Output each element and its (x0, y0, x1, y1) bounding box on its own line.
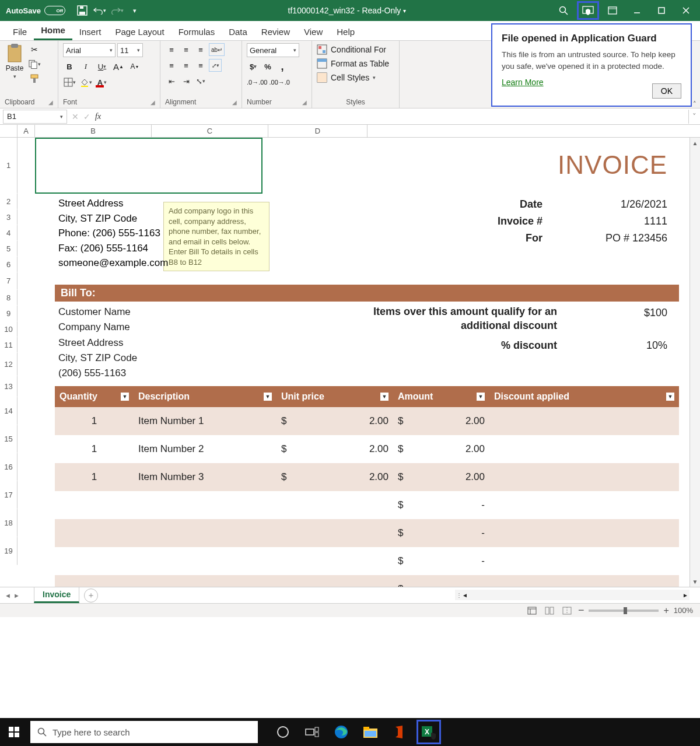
file-explorer-icon[interactable] (359, 721, 382, 743)
tab-review[interactable]: Review (254, 23, 297, 40)
format-as-table-button[interactable]: Format as Table (317, 58, 389, 69)
table-row[interactable]: 1Item Number 2$2.00$2.00 (55, 435, 679, 463)
col-quantity[interactable]: Quantity▼ (55, 391, 134, 402)
merge-center-icon[interactable]: ⤢▾ (209, 59, 222, 72)
office-icon[interactable] (388, 721, 411, 743)
qat-customize-icon[interactable]: ▾ (128, 4, 141, 17)
worksheet-grid[interactable]: 1 2 3 4 5 6 7 8 9 10 11 12 13 14 15 16 1… (0, 138, 700, 587)
tab-help[interactable]: Help (330, 23, 362, 40)
increase-decimal-icon[interactable]: .0→.00 (247, 76, 267, 89)
vertical-scrollbar[interactable]: ▲ ▼ (690, 138, 700, 587)
page-break-view-icon[interactable] (561, 605, 573, 616)
orientation-icon[interactable]: ⤡▾ (194, 75, 207, 87)
borders-icon[interactable]: ▾ (63, 76, 76, 89)
tab-formulas[interactable]: Formulas (172, 23, 222, 40)
tab-page-layout[interactable]: Page Layout (108, 23, 171, 40)
table-row[interactable]: 1Item Number 1$2.00$2.00 (55, 407, 679, 435)
align-center-icon[interactable]: ≡ (180, 59, 192, 72)
taskbar-search[interactable]: Type here to search (30, 721, 258, 743)
wrap-text-icon[interactable]: ab↵ (209, 43, 225, 56)
sheet-tab-invoice[interactable]: Invoice (34, 587, 79, 603)
page-layout-view-icon[interactable] (543, 605, 556, 616)
row-header[interactable]: 13 (0, 376, 18, 397)
col-unit-price[interactable]: Unit price▼ (276, 391, 393, 402)
redo-icon[interactable]: ▾ (111, 4, 124, 17)
filter-dropdown-icon[interactable]: ▼ (264, 393, 272, 401)
formula-cancel-icon[interactable]: ✕ (72, 112, 79, 121)
comma-format-icon[interactable]: , (276, 60, 289, 73)
cell-styles-button[interactable]: Cell Styles▾ (317, 72, 389, 83)
col-description[interactable]: Description▼ (134, 391, 276, 402)
alignment-dialog-launcher-icon[interactable]: ◢ (232, 99, 237, 106)
task-view-icon[interactable] (301, 721, 323, 743)
expand-formula-icon[interactable]: ˅ (688, 110, 700, 124)
cortana-icon[interactable] (272, 721, 294, 743)
search-icon[interactable] (553, 2, 574, 19)
filter-dropdown-icon[interactable]: ▼ (121, 393, 129, 401)
row-header[interactable]: 8 (0, 290, 18, 306)
edge-icon[interactable] (330, 721, 352, 743)
grow-font-icon[interactable]: A▲ (112, 60, 125, 73)
application-guard-icon[interactable] (578, 2, 598, 19)
accounting-format-icon[interactable]: $▾ (247, 60, 260, 73)
row-header[interactable]: 12 (0, 353, 18, 376)
maximize-icon[interactable] (651, 2, 672, 19)
tab-insert[interactable]: Insert (72, 23, 108, 40)
italic-button[interactable]: I (79, 60, 92, 73)
tab-view[interactable]: View (297, 23, 330, 40)
row-header[interactable]: 18 (0, 509, 18, 537)
save-icon[interactable] (76, 4, 89, 17)
row-header[interactable]: 17 (0, 481, 18, 509)
autosave-toggle[interactable]: AutoSave Off (6, 6, 65, 15)
format-painter-icon[interactable] (28, 72, 41, 85)
column-header-c[interactable]: C (152, 125, 268, 137)
zoom-out-icon[interactable]: − (578, 604, 584, 617)
row-header[interactable]: 14 (0, 397, 18, 425)
table-row[interactable]: $- (55, 491, 679, 519)
row-header[interactable]: 4 (0, 225, 18, 241)
sheet-nav-prev-icon[interactable]: ◄ (5, 592, 11, 599)
title-dropdown-icon[interactable]: ▾ (403, 8, 406, 14)
undo-icon[interactable]: ▾ (93, 4, 106, 17)
paste-button[interactable]: Paste ▾ (5, 43, 24, 96)
scroll-up-icon[interactable]: ▲ (690, 138, 700, 148)
row-header[interactable]: 19 (0, 537, 18, 565)
formula-input[interactable] (101, 110, 688, 124)
row-header[interactable]: 5 (0, 241, 18, 257)
autosave-switch[interactable]: Off (44, 6, 65, 15)
increase-indent-icon[interactable]: ⇥ (180, 75, 192, 87)
scroll-down-icon[interactable]: ▼ (690, 576, 700, 587)
font-size-combo[interactable]: 11▾ (117, 43, 143, 57)
font-color-icon[interactable]: A▾ (96, 76, 108, 89)
table-row[interactable]: 1Item Number 3$2.00$2.00 (55, 463, 679, 491)
align-top-icon[interactable]: ≡ (165, 43, 178, 56)
align-left-icon[interactable]: ≡ (165, 59, 178, 72)
align-bottom-icon[interactable]: ≡ (194, 43, 207, 56)
table-row[interactable]: $- (55, 575, 679, 587)
scroll-right-icon[interactable]: ► (682, 592, 688, 598)
align-right-icon[interactable]: ≡ (194, 59, 207, 72)
table-row[interactable]: $- (55, 519, 679, 547)
zoom-in-icon[interactable]: + (663, 605, 668, 616)
normal-view-icon[interactable] (526, 605, 538, 616)
tab-data[interactable]: Data (222, 23, 254, 40)
cut-icon[interactable]: ✂ (28, 43, 41, 56)
scroll-left-icon[interactable]: ◄ (462, 592, 468, 598)
row-header[interactable]: 3 (0, 209, 18, 225)
font-name-combo[interactable]: Arial▾ (63, 43, 116, 57)
zoom-slider[interactable] (589, 610, 659, 612)
row-header[interactable]: 10 (0, 321, 18, 337)
decrease-decimal-icon[interactable]: .00→.0 (269, 76, 289, 89)
row-header[interactable]: 15 (0, 425, 18, 453)
close-icon[interactable] (676, 2, 696, 19)
fx-icon[interactable]: fx (95, 112, 101, 121)
row-header[interactable]: 2 (0, 194, 18, 209)
appguard-ok-button[interactable]: OK (652, 83, 681, 99)
row-header[interactable]: 16 (0, 453, 18, 481)
zoom-level[interactable]: 100% (674, 606, 693, 615)
align-middle-icon[interactable]: ≡ (180, 43, 192, 56)
filter-dropdown-icon[interactable]: ▼ (380, 393, 388, 401)
shrink-font-icon[interactable]: A▼ (128, 60, 141, 73)
row-header[interactable]: 6 (0, 257, 18, 272)
decrease-indent-icon[interactable]: ⇤ (165, 75, 178, 87)
